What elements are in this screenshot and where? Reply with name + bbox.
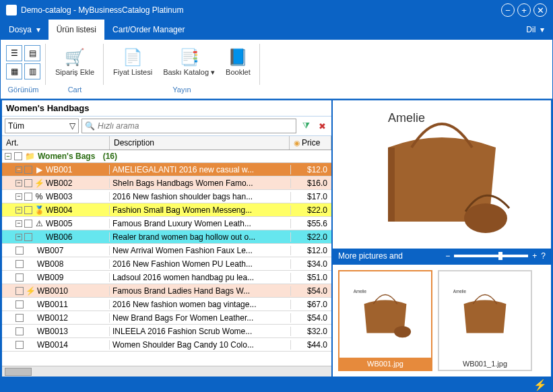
preview-panel: Amelie More pictures and − + ? AmelieWB0… bbox=[333, 100, 552, 378]
clear-filter-button[interactable]: ✖ bbox=[315, 119, 329, 133]
thumbnail[interactable]: AmelieWB001_1.jpg bbox=[438, 270, 532, 371]
search-input[interactable] bbox=[98, 121, 293, 131]
row-price: $22.0 bbox=[291, 232, 331, 242]
table-row[interactable]: −▶WB001AMELIEGALANTI 2016 new casual w..… bbox=[2, 163, 331, 176]
ribbon-group-gorunum: ☰ ▤ ▦ ▥ Görünüm bbox=[1, 40, 46, 98]
search-box[interactable]: 🔍 bbox=[82, 119, 296, 133]
zoom-in-button[interactable]: + bbox=[532, 251, 537, 261]
header-price[interactable]: ◉Price bbox=[290, 136, 331, 150]
title-bar: Demo-catalog - MyBusinessCatalog Platinu… bbox=[1, 1, 552, 20]
row-checkbox[interactable] bbox=[24, 220, 32, 228]
table-row[interactable]: WB0014Women Shoulder Bag Candy 10 Colo..… bbox=[2, 338, 331, 352]
group-checkbox[interactable] bbox=[14, 152, 22, 160]
row-toggle[interactable]: − bbox=[15, 207, 22, 214]
row-art: WB0014 bbox=[37, 340, 68, 350]
document-icon: 📄 bbox=[122, 46, 143, 68]
row-checkbox[interactable] bbox=[15, 314, 24, 322]
filter-button[interactable]: ⧩ bbox=[299, 119, 313, 133]
table-row[interactable]: WB00112016 New fashion women bag vintage… bbox=[2, 298, 331, 311]
row-checkbox[interactable] bbox=[24, 233, 32, 241]
filter-combo[interactable]: Tüm ▽ bbox=[5, 119, 79, 133]
row-description: AMELIEGALANTI 2016 new casual w... bbox=[110, 165, 291, 174]
row-art: WB004 bbox=[46, 205, 72, 215]
row-description: Ladsoul 2016 women handbag pu lea... bbox=[110, 273, 291, 282]
row-toggle[interactable]: − bbox=[15, 234, 22, 240]
table-row[interactable]: −WB006Realer brand women bag hollow out … bbox=[2, 230, 331, 244]
row-price: $22.0 bbox=[291, 205, 331, 215]
row-price: $67.0 bbox=[291, 300, 331, 309]
row-price: $12.0 bbox=[291, 246, 331, 255]
menu-dil[interactable]: Dil ▾ bbox=[518, 20, 552, 40]
row-toggle[interactable]: − bbox=[15, 220, 22, 227]
row-art: WB0011 bbox=[37, 300, 68, 309]
row-checkbox[interactable] bbox=[15, 287, 24, 295]
horizontal-scrollbar[interactable] bbox=[2, 366, 331, 377]
row-price: $51.0 bbox=[291, 273, 331, 282]
table-row[interactable]: −⚡WB002SheIn Bags Handbags Women Famo...… bbox=[2, 176, 331, 190]
collapse-toggle[interactable]: − bbox=[5, 153, 11, 160]
table-row[interactable]: −%WB0032016 New fashion shoulder bags ha… bbox=[2, 190, 331, 203]
table-row[interactable]: WB0082016 New Fashion Women PU Leath...$… bbox=[2, 257, 331, 271]
svg-point-0 bbox=[464, 203, 507, 233]
fiyat-listesi-button[interactable]: 📄 Fiyat Listesi bbox=[109, 45, 156, 77]
product-grid[interactable]: − 📁 Women's Bags (16) −▶WB001AMELIEGALAN… bbox=[2, 150, 331, 366]
menu-urun-listesi[interactable]: Ürün listesi bbox=[48, 20, 104, 40]
row-toggle[interactable]: − bbox=[15, 180, 22, 187]
ribbon-label-yayin: Yayın bbox=[172, 86, 191, 96]
row-price: $12.0 bbox=[291, 165, 331, 174]
row-icon: ▶ bbox=[34, 165, 44, 174]
row-art: WB006 bbox=[46, 232, 72, 242]
row-price: $54.0 bbox=[291, 313, 331, 323]
maximize-button[interactable]: + bbox=[517, 3, 531, 17]
baski-katalog-button[interactable]: 📑 Baskı Katalog ▾ bbox=[159, 45, 219, 78]
ribbon-label-gorunum: Görünüm bbox=[8, 86, 39, 96]
row-checkbox[interactable] bbox=[24, 179, 32, 187]
booklet-button[interactable]: 📘 Booklet bbox=[222, 45, 255, 77]
row-toggle[interactable]: − bbox=[15, 193, 22, 200]
close-button[interactable]: ✕ bbox=[533, 3, 547, 17]
table-row[interactable]: WB009Ladsoul 2016 women handbag pu lea..… bbox=[2, 271, 331, 284]
table-row[interactable]: −🏅WB004Fashion Small Bag Women Messeng..… bbox=[2, 203, 331, 217]
row-price: $55.6 bbox=[291, 219, 331, 228]
row-checkbox[interactable] bbox=[15, 300, 24, 308]
zoom-slider[interactable] bbox=[454, 255, 528, 257]
group-row[interactable]: − 📁 Women's Bags (16) bbox=[2, 150, 331, 163]
view-btn-2[interactable]: ▤ bbox=[24, 45, 40, 61]
thumbnail[interactable]: AmelieWB001.jpg bbox=[338, 270, 432, 371]
row-checkbox[interactable] bbox=[24, 206, 32, 214]
group-name: Women's Bags bbox=[38, 152, 95, 161]
row-icon: 🏅 bbox=[34, 205, 44, 215]
table-row[interactable]: WB007New Arrival Women Fashion Faux Le..… bbox=[2, 244, 331, 257]
menu-dosya[interactable]: Dosya ▾ bbox=[1, 20, 48, 40]
view-btn-3[interactable]: ▦ bbox=[6, 63, 22, 79]
row-description: 2016 New fashion shoulder bags han... bbox=[110, 192, 291, 201]
row-checkbox[interactable] bbox=[24, 166, 32, 174]
menu-cart-order[interactable]: Cart/Order Manager bbox=[104, 20, 193, 40]
help-button[interactable]: ? bbox=[541, 251, 546, 261]
zoom-out-button[interactable]: − bbox=[445, 251, 450, 261]
folder-icon: 📁 bbox=[25, 152, 35, 161]
row-toggle[interactable]: − bbox=[15, 166, 22, 173]
header-description[interactable]: Description bbox=[110, 136, 290, 150]
ribbon-group-cart: 🛒 Sipariş Ekle Cart bbox=[46, 40, 104, 98]
row-checkbox[interactable] bbox=[24, 193, 32, 201]
gallery-header: More pictures and − + ? bbox=[333, 249, 551, 263]
table-row[interactable]: WB0013INLEELA 2016 Fashion Scrub Wome...… bbox=[2, 325, 331, 338]
minimize-button[interactable]: − bbox=[501, 3, 515, 17]
row-art: WB007 bbox=[37, 246, 63, 255]
view-btn-4[interactable]: ▥ bbox=[24, 63, 40, 79]
header-art[interactable]: Art. bbox=[2, 136, 110, 150]
row-checkbox[interactable] bbox=[15, 327, 24, 335]
table-row[interactable]: WB0012New Brand Bags For Women Leather..… bbox=[2, 311, 331, 325]
table-row[interactable]: ⚡WB0010Famous Brand Ladies Hand Bags W..… bbox=[2, 284, 331, 298]
view-btn-1[interactable]: ☰ bbox=[6, 45, 22, 61]
app-icon bbox=[6, 5, 17, 15]
row-checkbox[interactable] bbox=[15, 247, 24, 255]
table-row[interactable]: −⚠WB005Famous Brand Luxury Women Leath..… bbox=[2, 217, 331, 230]
siparis-ekle-button[interactable]: 🛒 Sipariş Ekle bbox=[51, 45, 98, 77]
row-checkbox[interactable] bbox=[15, 260, 24, 268]
row-checkbox[interactable] bbox=[15, 273, 24, 282]
row-checkbox[interactable] bbox=[15, 341, 24, 349]
row-description: Famous Brand Ladies Hand Bags W... bbox=[110, 286, 291, 296]
thumbnail-label: WB001.jpg bbox=[339, 358, 431, 370]
